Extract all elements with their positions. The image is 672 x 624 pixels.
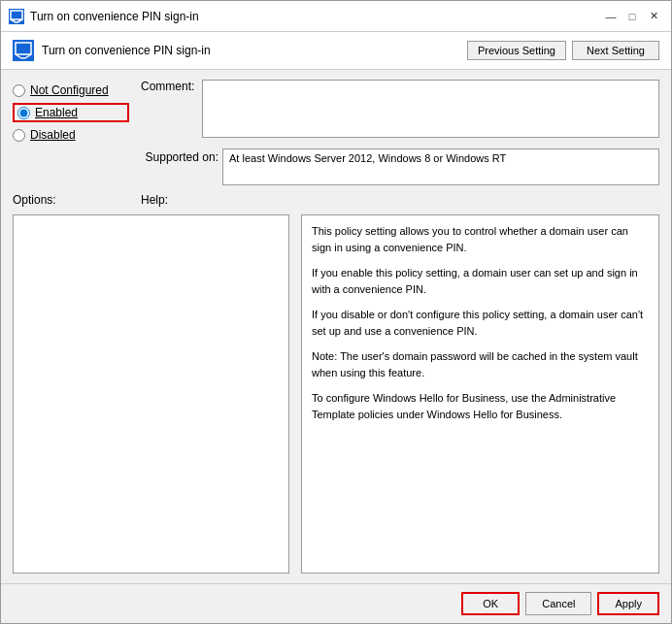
enabled-option[interactable]: Enabled bbox=[13, 103, 129, 122]
window-icon bbox=[9, 9, 24, 24]
comment-section: Comment: Supported on: At least Windows … bbox=[141, 80, 659, 185]
not-configured-label[interactable]: Not Configured bbox=[30, 83, 109, 97]
comment-label: Comment: bbox=[141, 80, 194, 93]
title-bar-left: Turn on convenience PIN sign-in bbox=[9, 9, 199, 24]
help-panel: This policy setting allows you to contro… bbox=[301, 214, 659, 574]
minimize-button[interactable]: — bbox=[601, 7, 621, 26]
options-heading: Options: bbox=[13, 193, 129, 207]
header-left: Turn on convenience PIN sign-in bbox=[13, 40, 211, 61]
next-setting-button[interactable]: Next Setting bbox=[572, 41, 659, 60]
maximize-button[interactable]: □ bbox=[622, 7, 642, 26]
window-title: Turn on convenience PIN sign-in bbox=[30, 10, 199, 23]
supported-section: Supported on: At least Windows Server 20… bbox=[141, 148, 659, 185]
help-paragraph-2: If you enable this policy setting, a dom… bbox=[312, 265, 649, 297]
help-heading: Help: bbox=[141, 193, 659, 207]
not-configured-option[interactable]: Not Configured bbox=[13, 83, 129, 97]
help-paragraph-3: If you disable or don't configure this p… bbox=[312, 307, 649, 339]
header-title: Turn on convenience PIN sign-in bbox=[42, 44, 211, 57]
disabled-label[interactable]: Disabled bbox=[30, 128, 76, 142]
supported-value: At least Windows Server 2012, Windows 8 … bbox=[229, 152, 506, 164]
previous-setting-button[interactable]: Previous Setting bbox=[467, 41, 566, 60]
title-bar: Turn on convenience PIN sign-in — □ ✕ bbox=[1, 1, 671, 32]
disabled-option[interactable]: Disabled bbox=[13, 128, 129, 142]
main-content: Not Configured Enabled Disabled Comment: bbox=[1, 70, 671, 583]
header-buttons: Previous Setting Next Setting bbox=[467, 41, 659, 60]
radio-group: Not Configured Enabled Disabled bbox=[13, 80, 129, 185]
middle-labels: Options: Help: bbox=[13, 193, 659, 207]
apply-button[interactable]: Apply bbox=[597, 592, 659, 615]
svg-rect-0 bbox=[11, 11, 22, 19]
supported-label: Supported on: bbox=[141, 148, 218, 164]
svg-rect-4 bbox=[16, 43, 31, 54]
enabled-radio[interactable] bbox=[17, 107, 30, 119]
disabled-radio[interactable] bbox=[13, 129, 25, 142]
ok-button[interactable]: OK bbox=[461, 592, 520, 615]
options-panel bbox=[13, 214, 289, 574]
enabled-label[interactable]: Enabled bbox=[35, 106, 78, 119]
header-icon bbox=[13, 40, 34, 61]
title-controls: — □ ✕ bbox=[601, 7, 663, 26]
close-button[interactable]: ✕ bbox=[644, 7, 663, 26]
top-section: Not Configured Enabled Disabled Comment: bbox=[13, 80, 659, 185]
help-paragraph-1: This policy setting allows you to contro… bbox=[312, 223, 649, 255]
help-paragraph-4: Note: The user's domain password will be… bbox=[312, 348, 649, 380]
comment-textarea[interactable] bbox=[202, 80, 659, 138]
header-row: Turn on convenience PIN sign-in Previous… bbox=[1, 32, 671, 70]
help-paragraph-5: To configure Windows Hello for Business,… bbox=[312, 390, 649, 422]
not-configured-radio[interactable] bbox=[13, 84, 25, 97]
main-window: Turn on convenience PIN sign-in — □ ✕ Tu… bbox=[0, 0, 672, 624]
supported-box: At least Windows Server 2012, Windows 8 … bbox=[222, 148, 659, 185]
footer: OK Cancel Apply bbox=[1, 583, 671, 623]
cancel-button[interactable]: Cancel bbox=[525, 592, 591, 615]
bottom-section: This policy setting allows you to contro… bbox=[13, 214, 659, 574]
